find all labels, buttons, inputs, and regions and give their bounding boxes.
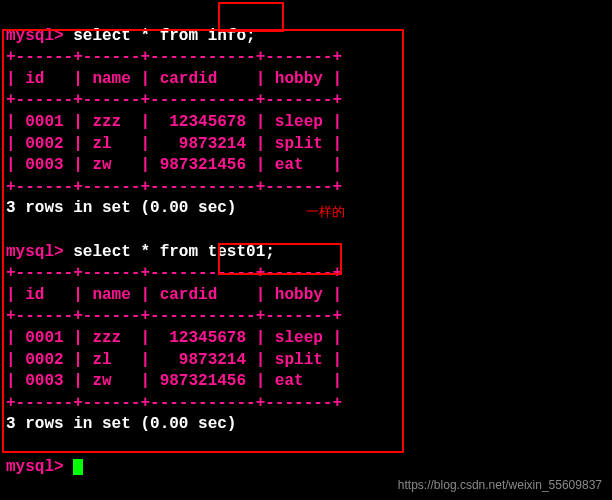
- table-row: | 0003 | zw | 987321456 | eat |: [6, 372, 342, 390]
- table-row: | 0001 | zzz | 12345678 | sleep |: [6, 329, 342, 347]
- table-header: | id | name | cardid | hobby |: [6, 286, 342, 304]
- annotation-text: 一样的: [306, 203, 345, 221]
- query-text: select * from: [73, 243, 207, 261]
- cursor-icon[interactable]: [73, 459, 83, 475]
- mysql-prompt: mysql>: [6, 458, 64, 476]
- table-border: +------+------+-----------+-------+: [6, 307, 342, 325]
- mysql-prompt: mysql>: [6, 27, 64, 45]
- table-row: | 0003 | zw | 987321456 | eat |: [6, 156, 342, 174]
- table-row: | 0001 | zzz | 12345678 | sleep |: [6, 113, 342, 131]
- table-header: | id | name | cardid | hobby |: [6, 70, 342, 88]
- table-border: +------+------+-----------+-------+: [6, 48, 342, 66]
- table-border: +------+------+-----------+-------+: [6, 394, 342, 412]
- result-summary: 3 rows in set (0.00 sec): [6, 415, 236, 433]
- watermark-text: https://blog.csdn.net/weixin_55609837: [398, 478, 602, 492]
- table-border: +------+------+-----------+-------+: [6, 178, 342, 196]
- table-name: info;: [208, 27, 256, 45]
- table-row: | 0002 | zl | 9873214 | split |: [6, 135, 342, 153]
- table-name: test01;: [208, 243, 275, 261]
- table-border: +------+------+-----------+-------+: [6, 91, 342, 109]
- result-summary: 3 rows in set (0.00 sec): [6, 199, 236, 217]
- mysql-prompt: mysql>: [6, 243, 64, 261]
- terminal-output: mysql> select * from info; +------+-----…: [0, 0, 612, 483]
- table-border: +------+------+-----------+-------+: [6, 264, 342, 282]
- table-row: | 0002 | zl | 9873214 | split |: [6, 351, 342, 369]
- query-text: select * from: [73, 27, 207, 45]
